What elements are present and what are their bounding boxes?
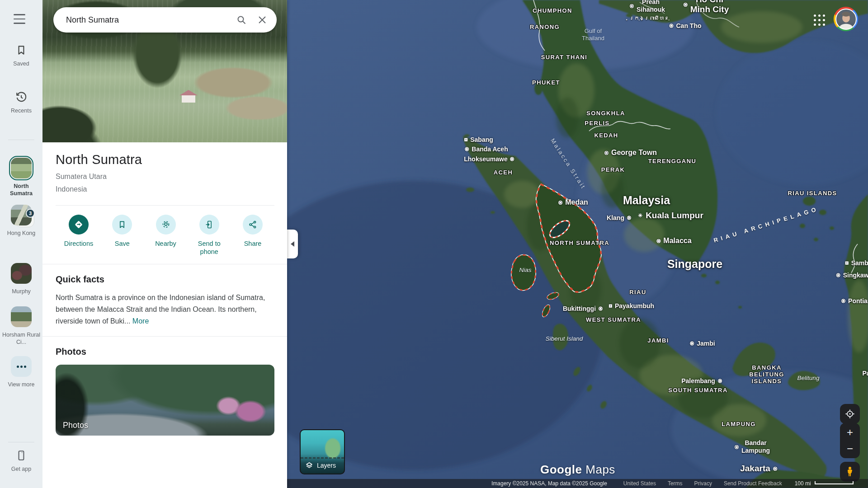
murphy-thumbnail bbox=[11, 263, 32, 284]
recents-clock-icon bbox=[15, 91, 27, 103]
my-location-button[interactable] bbox=[840, 404, 860, 424]
privacy-link[interactable]: Privacy bbox=[694, 480, 712, 487]
chevron-left-icon bbox=[291, 241, 294, 247]
map-label-lampung: LAMPUNG bbox=[722, 421, 756, 427]
directions-button[interactable]: Directions bbox=[61, 215, 97, 256]
menu-icon[interactable] bbox=[14, 14, 25, 24]
sidebar-item-saved[interactable]: Saved bbox=[0, 44, 42, 67]
sidebar-item-get-app[interactable]: Get app bbox=[0, 450, 42, 473]
map-label-riau: RIAU bbox=[629, 289, 646, 296]
map-label-payakumbuh[interactable]: Payakumbuh bbox=[609, 302, 654, 310]
map-label-perlis: PERLIS bbox=[585, 120, 609, 127]
terms-link[interactable]: Terms bbox=[668, 480, 683, 487]
photos-card[interactable]: Photos bbox=[56, 365, 274, 436]
layers-label: Layers bbox=[317, 462, 336, 469]
close-icon[interactable] bbox=[257, 14, 268, 25]
city-marker-icon bbox=[604, 151, 609, 155]
action-buttons-row: Directions Save Nearby Send to phone bbox=[42, 206, 287, 264]
map-label-jambi[interactable]: Jambi bbox=[690, 340, 715, 347]
map-label-pontianak[interactable]: Pontianak bbox=[841, 297, 868, 305]
page-title: North Sumatra bbox=[56, 152, 274, 167]
city-marker-icon bbox=[609, 305, 612, 308]
pegman-icon bbox=[845, 466, 854, 477]
city-marker-icon bbox=[841, 299, 845, 303]
sidebar-item-north-sumatra[interactable]: North Sumatra bbox=[0, 158, 42, 197]
map-label-surat-thani: SURAT THANI bbox=[541, 54, 588, 61]
map-label-gulf-of: Gulf ofThailand bbox=[582, 28, 604, 42]
map-label-preah[interactable]: PreahSihanouk bbox=[630, 0, 665, 14]
sidebar-item-hong-kong[interactable]: 3 Hong Kong bbox=[0, 205, 42, 237]
map-label-kuala-lumpur[interactable]: Kuala Lumpur bbox=[637, 211, 703, 221]
panel-collapse-button[interactable] bbox=[287, 230, 298, 258]
save-button[interactable]: Save bbox=[104, 215, 140, 256]
map-label-palembang[interactable]: Palembang bbox=[681, 377, 722, 385]
map-label-phuket: PHUKET bbox=[532, 79, 560, 86]
more-link[interactable]: More bbox=[132, 317, 149, 325]
view-more-icon bbox=[11, 356, 32, 377]
hong-kong-badge: 3 bbox=[26, 209, 35, 218]
map-canvas[interactable]: CHUMPHONRANONGGulf ofThailandPreahSihano… bbox=[287, 0, 868, 488]
sidebar-item-recents[interactable]: Recents bbox=[0, 91, 42, 114]
zoom-in-button[interactable]: + bbox=[840, 426, 860, 439]
map-label-sabang[interactable]: Sabang bbox=[464, 136, 493, 144]
directions-icon bbox=[69, 215, 89, 235]
map-label-singkawang[interactable]: Singkawang bbox=[836, 272, 868, 279]
nearby-icon bbox=[156, 215, 176, 235]
share-button[interactable]: Share bbox=[235, 215, 271, 256]
map-label-singapore[interactable]: Singapore bbox=[667, 258, 722, 271]
scale-text: 100 mi bbox=[795, 480, 811, 487]
map-label-perak: PERAK bbox=[601, 166, 625, 173]
zoom-out-button[interactable]: − bbox=[840, 442, 860, 455]
rail-divider bbox=[8, 140, 34, 140]
map-label-south-sumatra: SOUTH SUMATRA bbox=[668, 387, 727, 394]
map-label-nias[interactable]: Nias bbox=[519, 267, 531, 273]
photos-overlay-label: Photos bbox=[63, 421, 88, 430]
sidebar-item-murphy[interactable]: Murphy bbox=[0, 263, 42, 295]
sidebar-item-view-more[interactable]: View more bbox=[0, 356, 42, 388]
map-label-ho-chi[interactable]: Ho ChiMinh City bbox=[684, 0, 729, 14]
layers-control[interactable]: Layers bbox=[300, 429, 345, 474]
map-label-jakarta[interactable]: Jakarta bbox=[740, 464, 777, 474]
map-label-jambi: JAMBI bbox=[647, 337, 669, 344]
search-icon[interactable] bbox=[236, 14, 247, 25]
map-label-george-town[interactable]: George Town bbox=[604, 149, 657, 157]
map-attribution-bar: Imagery ©2025 NASA, Map data ©2025 Googl… bbox=[287, 479, 868, 488]
search-bar[interactable] bbox=[53, 7, 277, 33]
map-label-can-tho[interactable]: Can Tho bbox=[670, 22, 702, 30]
search-input[interactable] bbox=[66, 15, 226, 25]
place-panel: North Sumatra Sumatera Utara Indonesia D… bbox=[42, 0, 287, 488]
map-label-bandar[interactable]: BandarLampung bbox=[735, 439, 770, 455]
map-label-belitung[interactable]: Belitung bbox=[797, 375, 820, 381]
map-label-banda-aceh[interactable]: Banda Aceh bbox=[465, 145, 508, 153]
map-label-malacca[interactable]: Malacca bbox=[656, 237, 691, 245]
city-marker-icon bbox=[773, 467, 777, 471]
map-label-sambas[interactable]: Sambas bbox=[845, 259, 868, 267]
google-apps-grid-icon[interactable] bbox=[811, 12, 827, 28]
map-label-pa[interactable]: Pa bbox=[862, 370, 868, 377]
hong-kong-thumbnail: 3 bbox=[11, 205, 32, 225]
map-label-kedah: KEDAH bbox=[594, 132, 618, 139]
send-to-phone-button[interactable]: Send to phone bbox=[191, 215, 227, 256]
city-marker-icon bbox=[656, 239, 660, 243]
map-label-ranong: RANONG bbox=[530, 23, 560, 30]
nearby-button[interactable]: Nearby bbox=[148, 215, 184, 256]
account-avatar[interactable] bbox=[834, 7, 858, 31]
phone-icon bbox=[15, 450, 27, 461]
city-marker-icon bbox=[558, 201, 562, 205]
city-marker-icon bbox=[690, 342, 694, 346]
map-label-medan[interactable]: Medan bbox=[558, 198, 588, 206]
map-label-lhokseumawe[interactable]: Lhokseumawe bbox=[464, 155, 514, 163]
map-label-siberut-island[interactable]: Siberut Island bbox=[546, 335, 583, 342]
feedback-link[interactable]: Send Product Feedback bbox=[724, 480, 782, 487]
quick-facts-section: Quick facts North Sumatra is a province … bbox=[42, 264, 287, 337]
map-label-klang[interactable]: Klang bbox=[607, 214, 631, 222]
map-label-chumphon: CHUMPHON bbox=[533, 7, 572, 14]
quick-facts-title: Quick facts bbox=[56, 274, 274, 285]
map-label-bukittinggi[interactable]: Bukittinggi bbox=[563, 305, 603, 313]
sidebar-item-horsham[interactable]: Horsham Rural Ci... bbox=[0, 306, 42, 346]
avatar-photo bbox=[835, 9, 857, 30]
map-label-[interactable]: ក្រុងព្រះសីហនុ bbox=[629, 14, 669, 22]
north-sumatra-thumbnail bbox=[11, 158, 32, 178]
map-label-aceh: ACEH bbox=[494, 169, 513, 176]
map-label-malaysia[interactable]: Malaysia bbox=[623, 194, 670, 207]
